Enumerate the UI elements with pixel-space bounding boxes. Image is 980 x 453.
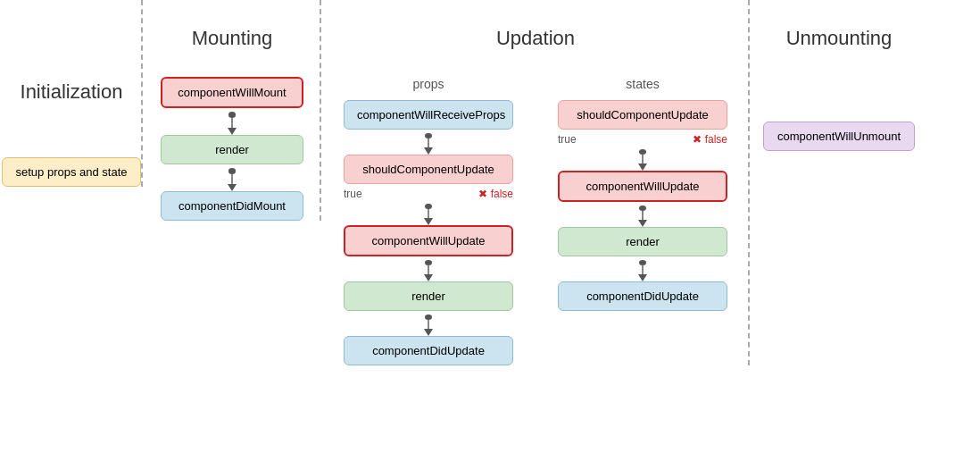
updation-title: Updation — [496, 27, 575, 50]
props-false-icon: ✖ false — [478, 188, 513, 200]
states-branch-labels: true ✖ false — [558, 133, 727, 146]
conn-s1 — [638, 146, 647, 171]
mounting-title: Mounting — [192, 27, 273, 50]
diagram-container: Initialization setup props and state Mou… — [0, 0, 980, 453]
componentWillMount-node: componentWillMount — [161, 77, 303, 108]
props-render-node: render — [344, 281, 513, 311]
props-label: props — [412, 77, 444, 91]
conn-s3 — [638, 256, 647, 281]
states-shouldComponentUpdate-node: shouldComponentUpdate — [558, 100, 727, 130]
props-componentDidUpdate-node: componentDidUpdate — [344, 336, 513, 365]
connector-1 — [228, 108, 237, 135]
states-true-label: true — [558, 133, 577, 146]
mounting-render-node: render — [161, 135, 303, 164]
states-false-icon: ✖ false — [693, 133, 727, 146]
props-componentWillUpdate-node: componentWillUpdate — [344, 225, 513, 256]
props-column: props componentWillReceiveProps shouldCo… — [344, 77, 513, 365]
unmounting-title: Unmounting — [786, 27, 893, 50]
mounting-section: Mounting componentWillMount render compo… — [143, 0, 321, 221]
connector-2 — [228, 164, 237, 191]
componentWillReceiveProps-node: componentWillReceiveProps — [344, 100, 513, 130]
initialization-title: Initialization — [0, 80, 143, 104]
conn-p2 — [424, 200, 433, 225]
conn-p3 — [424, 256, 433, 281]
states-render-node: render — [558, 227, 727, 256]
unmounting-section: Unmounting componentWillUnmount — [750, 0, 928, 151]
componentWillUnmount-node: componentWillUnmount — [763, 122, 915, 151]
states-column: states shouldComponentUpdate true ✖ fals… — [558, 77, 727, 311]
states-componentWillUpdate-node: componentWillUpdate — [558, 171, 727, 202]
states-componentDidUpdate-node: componentDidUpdate — [558, 281, 727, 311]
conn-s2 — [638, 202, 647, 227]
setup-props-state-node: setup props and state — [2, 157, 140, 187]
props-true-label: true — [344, 188, 362, 200]
initialization-section: Initialization setup props and state — [0, 0, 143, 187]
states-label: states — [626, 77, 659, 91]
conn-p1 — [424, 130, 433, 155]
props-branch-labels: true ✖ false — [344, 188, 513, 200]
conn-p4 — [424, 311, 433, 336]
componentDidMount-node: componentDidMount — [161, 191, 303, 221]
props-shouldComponentUpdate-node: shouldComponentUpdate — [344, 155, 513, 184]
updation-section: Updation props componentWillReceiveProps — [321, 0, 750, 365]
